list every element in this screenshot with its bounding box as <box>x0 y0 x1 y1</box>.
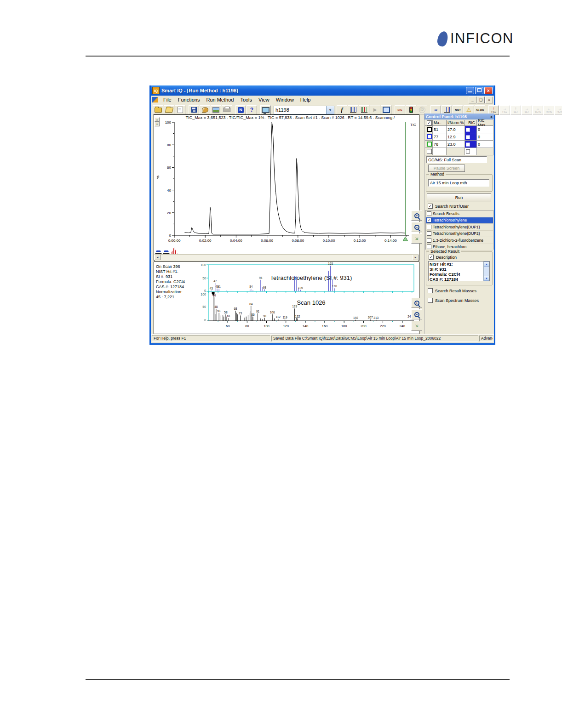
menu-item[interactable]: View <box>255 97 273 103</box>
edit-method-icon[interactable] <box>175 105 185 115</box>
search-results-header[interactable]: Search Results <box>426 210 493 217</box>
app-logo-icon[interactable]: N <box>235 105 246 115</box>
menu-item[interactable]: File <box>160 97 175 103</box>
mass-color-checkbox[interactable] <box>427 142 432 147</box>
monitor-view-icon[interactable] <box>381 105 391 115</box>
description-scrollbar[interactable]: ▲ ▼ <box>483 262 489 281</box>
menu-item[interactable]: Run Method <box>203 97 237 103</box>
status-mode: Advanced <box>479 336 493 341</box>
search-result-checkbox[interactable] <box>427 225 431 229</box>
set-next-icon[interactable]: →SET <box>522 105 532 115</box>
mass-all-checkbox[interactable] <box>427 120 432 125</box>
set-back-icon[interactable]: ↑SET <box>510 105 521 115</box>
description-option[interactable]: Description <box>429 255 457 260</box>
search-result-item[interactable]: 1,3-Dichloro-2-fluorobenzene <box>426 237 493 244</box>
traffic-light-icon[interactable] <box>406 105 416 115</box>
search-result-masses-option[interactable]: Search Result Masses <box>428 288 476 293</box>
minimize-button[interactable] <box>466 87 474 94</box>
inficon-logo-text: INFICON <box>450 30 514 47</box>
menu-item[interactable]: Help <box>297 97 314 103</box>
mass-table-row[interactable]: 78 23.0 0 <box>425 141 493 148</box>
mdi-restore-button[interactable]: ❑ <box>477 97 485 103</box>
mdi-minimize-button[interactable]: _ <box>469 97 476 103</box>
svg-text:84: 84 <box>249 302 253 306</box>
pars-back-icon[interactable]: ←PARS <box>544 105 554 115</box>
mass-color-checkbox[interactable] <box>427 127 432 132</box>
chromatogram-plot[interactable]: 0204060801000:00:000:02:000:04:000:06:00… <box>155 120 418 245</box>
menu-item[interactable]: Tools <box>237 97 255 103</box>
zoom-out-icon[interactable]: − <box>411 309 422 319</box>
svg-text:100: 100 <box>264 324 270 328</box>
search-nist-user-option[interactable]: Search NIST/User <box>428 204 469 209</box>
method-field[interactable]: Air 15 min Loop.mth <box>428 179 489 187</box>
svg-text:84: 84 <box>249 285 253 288</box>
search-results-checkbox[interactable] <box>427 211 431 216</box>
ric-checkbox[interactable] <box>466 149 470 154</box>
data-file-combobox[interactable]: h1198 ▼ <box>274 106 334 114</box>
zoom-out-icon[interactable]: − <box>411 222 422 232</box>
pause-screen-button[interactable]: Pause Screen <box>428 165 465 172</box>
save-icon[interactable] <box>189 105 199 115</box>
title-bar[interactable]: IQ Smart IQ - [Run Method : h1198] × <box>151 85 494 96</box>
search-result-checkbox[interactable] <box>427 245 431 249</box>
eic-icon[interactable]: EIC <box>395 105 405 115</box>
sets-icon[interactable]: ↔SETS <box>533 105 543 115</box>
spectrum-view-icon[interactable] <box>359 105 369 115</box>
spectrum-plot[interactable]: 10050043474951849498135165170Tetrachloro… <box>199 262 419 334</box>
search-result-checkbox[interactable] <box>427 218 431 222</box>
zoom-in-icon[interactable]: + <box>411 210 422 221</box>
report-icon[interactable] <box>200 105 210 115</box>
play-icon[interactable]: ▶ <box>370 105 380 115</box>
autoscale-icon[interactable]: ⇲ <box>411 233 422 244</box>
svg-text:58: 58 <box>224 311 228 314</box>
pers-next-icon[interactable]: →PERS <box>555 105 562 115</box>
menu-item[interactable]: Window <box>273 97 297 103</box>
search-nist-user-checkbox[interactable] <box>428 204 433 209</box>
description-checkbox[interactable] <box>429 255 434 260</box>
instrument-icon[interactable] <box>260 105 271 115</box>
print-icon[interactable] <box>222 105 232 115</box>
search-result-item[interactable]: Tetrachloroethylene(DUP1) <box>426 224 493 231</box>
mdi-child-icon <box>152 97 158 102</box>
autoscale-icon[interactable]: ⇲ <box>411 321 422 331</box>
spectrum-info-line: Formula: C2Cl4 <box>156 279 185 284</box>
scroll-left-icon[interactable]: ◄ <box>155 255 161 260</box>
zoom-in-icon[interactable]: + <box>411 298 422 308</box>
mass-table-row[interactable]: 77 12.9 0 <box>425 133 493 141</box>
marker-striped-icon[interactable] <box>171 247 178 254</box>
snapshot-icon[interactable] <box>211 105 221 115</box>
function-icon[interactable]: f <box>337 105 347 115</box>
marker-flag-icon[interactable] <box>155 246 162 254</box>
mass-color-checkbox[interactable] <box>427 134 432 139</box>
scan-spectrum-masses-option[interactable]: Scan Spectrum Masses <box>428 298 479 303</box>
restore-button[interactable] <box>475 87 483 94</box>
scroll-right-icon[interactable]: ► <box>413 255 419 260</box>
scan-spectrum-masses-checkbox[interactable] <box>428 298 433 303</box>
search-result-item[interactable]: Tetrachloroethylene <box>426 217 493 224</box>
file-next-icon[interactable]: →FILE <box>499 105 510 115</box>
mass-table-empty-row[interactable] <box>425 148 493 155</box>
marker-flag-icon[interactable] <box>163 246 170 254</box>
mdi-close-button[interactable]: × <box>485 97 493 103</box>
tic-view-icon[interactable] <box>348 105 358 115</box>
mass-table-row[interactable]: 51 27.0 0 <box>425 126 493 133</box>
close-button[interactable]: × <box>484 87 493 94</box>
search-result-checkbox[interactable] <box>427 238 431 243</box>
search-result-masses-checkbox[interactable] <box>428 288 433 293</box>
search-result-checkbox[interactable] <box>427 231 431 236</box>
chevron-down-icon[interactable]: ▼ <box>326 106 334 114</box>
help-icon[interactable]: ? <box>247 105 257 115</box>
new-file-icon[interactable] <box>153 105 163 115</box>
ric-cell[interactable] <box>465 126 477 133</box>
scan-mode-field: GC/MS: Full Scan <box>426 156 487 163</box>
mass-color-checkbox[interactable] <box>427 149 432 154</box>
run-button[interactable]: Run <box>427 193 491 201</box>
ric-cell[interactable] <box>465 133 477 141</box>
scroll-up-icon[interactable]: ▲ <box>484 262 489 267</box>
scroll-down-icon[interactable]: ▼ <box>484 276 489 281</box>
open-file-icon[interactable] <box>164 105 174 115</box>
search-result-item[interactable]: Tetrachloroethylene(DUP2) <box>426 231 493 238</box>
menu-item[interactable]: Functions <box>175 97 203 103</box>
chromatogram-scrollbar[interactable]: ◄ ► <box>155 254 419 261</box>
ric-cell[interactable] <box>465 141 477 148</box>
